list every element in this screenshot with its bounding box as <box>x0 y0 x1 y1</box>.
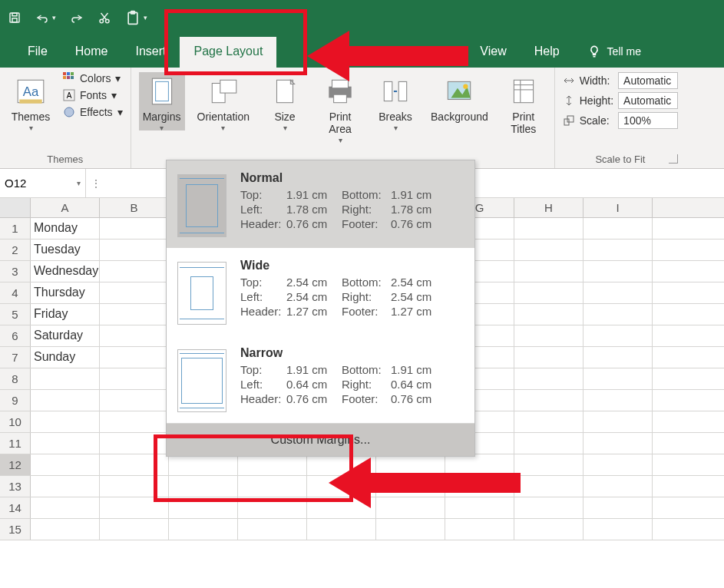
cell[interactable] <box>514 347 583 368</box>
cell[interactable]: Friday <box>31 304 100 325</box>
select-all-corner[interactable] <box>0 198 31 217</box>
cell[interactable] <box>583 390 653 411</box>
size-button[interactable]: Size ▾ <box>262 72 308 130</box>
cell[interactable] <box>169 497 238 518</box>
cell[interactable]: Tuesday <box>31 239 100 260</box>
row-header[interactable]: 10 <box>0 411 31 432</box>
cell[interactable] <box>31 454 100 475</box>
cell[interactable] <box>100 304 169 325</box>
fx-icon[interactable]: ⋮ <box>86 177 106 190</box>
cell[interactable] <box>514 325 583 346</box>
cell[interactable] <box>238 476 307 497</box>
cell[interactable]: Thursday <box>31 282 100 303</box>
cell[interactable] <box>514 368 583 389</box>
cell[interactable] <box>100 433 169 454</box>
cell[interactable]: Saturday <box>31 325 100 346</box>
print-area-button[interactable]: Print Area ▾ <box>317 72 363 143</box>
breaks-button[interactable]: Breaks ▾ <box>372 72 418 130</box>
cell[interactable] <box>31 497 100 518</box>
cell[interactable] <box>583 282 653 303</box>
row-header[interactable]: 13 <box>0 476 31 497</box>
tab-file[interactable]: File <box>14 37 61 68</box>
tab-help[interactable]: Help <box>521 37 574 68</box>
effects-menu[interactable]: Effects▾ <box>63 106 123 118</box>
cell[interactable]: Monday <box>31 218 100 239</box>
custom-margins-item[interactable]: Custom Margins... <box>167 423 474 456</box>
row-header[interactable]: 9 <box>0 390 31 411</box>
undo-icon[interactable]: ▾ <box>35 11 56 25</box>
tab-insert[interactable]: Insert <box>121 37 180 68</box>
cell[interactable] <box>100 325 169 346</box>
row-header[interactable]: 14 <box>0 497 31 518</box>
themes-button[interactable]: Aa Themes ▾ <box>8 72 54 130</box>
cell[interactable] <box>583 368 653 389</box>
cell[interactable] <box>100 519 169 540</box>
row-header[interactable]: 4 <box>0 282 31 303</box>
cell[interactable] <box>514 454 583 475</box>
margin-preset-normal[interactable]: NormalTop:1.91 cmBottom:1.91 cmLeft:1.78… <box>167 160 474 248</box>
cell[interactable] <box>31 390 100 411</box>
fonts-menu[interactable]: A Fonts▾ <box>63 89 123 101</box>
cell[interactable] <box>238 519 307 540</box>
cell[interactable] <box>583 347 653 368</box>
cell[interactable] <box>307 519 376 540</box>
tell-me[interactable]: Tell me <box>574 37 641 68</box>
cell[interactable] <box>238 497 307 518</box>
paste-icon[interactable]: ▾ <box>125 10 147 25</box>
group-scale-label[interactable]: Scale to Fit <box>563 150 678 167</box>
col-B[interactable]: B <box>100 198 169 217</box>
row-15[interactable]: 15 <box>0 519 724 540</box>
cell[interactable] <box>583 239 653 260</box>
cell[interactable] <box>100 476 169 497</box>
cell[interactable] <box>100 454 169 475</box>
margins-button[interactable]: Margins ▾ <box>139 72 185 130</box>
cell[interactable] <box>100 239 169 260</box>
cell[interactable] <box>514 261 583 282</box>
cell[interactable] <box>514 519 583 540</box>
col-I[interactable]: I <box>583 198 653 217</box>
col-H[interactable]: H <box>514 198 583 217</box>
name-box[interactable]: ▾ <box>0 169 86 197</box>
cell[interactable] <box>100 368 169 389</box>
cell[interactable] <box>31 476 100 497</box>
cell[interactable] <box>514 239 583 260</box>
row-header[interactable]: 5 <box>0 304 31 325</box>
cell[interactable] <box>169 476 238 497</box>
row-header[interactable]: 8 <box>0 368 31 389</box>
cell[interactable] <box>31 411 100 432</box>
row-header[interactable]: 12 <box>0 454 31 475</box>
cell[interactable] <box>376 519 445 540</box>
cell[interactable] <box>514 282 583 303</box>
row-header[interactable]: 1 <box>0 218 31 239</box>
cell[interactable] <box>583 454 653 475</box>
background-button[interactable]: Background <box>428 72 491 123</box>
cell[interactable] <box>100 390 169 411</box>
redo-icon[interactable] <box>70 11 84 25</box>
margin-preset-wide[interactable]: WideTop:2.54 cmBottom:2.54 cmLeft:2.54 c… <box>167 248 474 335</box>
width-value[interactable]: Automatic <box>618 72 678 89</box>
cell[interactable] <box>169 519 238 540</box>
scale-value[interactable]: 100% <box>618 112 678 129</box>
cell[interactable] <box>100 497 169 518</box>
cut-icon[interactable] <box>98 11 111 25</box>
cell[interactable] <box>583 304 653 325</box>
cell[interactable] <box>514 497 583 518</box>
cell[interactable] <box>514 390 583 411</box>
cell[interactable] <box>583 476 653 497</box>
cell[interactable] <box>445 519 514 540</box>
cell[interactable] <box>238 454 307 475</box>
cell[interactable] <box>583 261 653 282</box>
cell[interactable] <box>31 433 100 454</box>
save-icon[interactable] <box>8 11 21 25</box>
cell[interactable] <box>514 433 583 454</box>
orientation-button[interactable]: Orientation ▾ <box>194 72 253 130</box>
cell[interactable] <box>514 411 583 432</box>
colors-menu[interactable]: Colors▾ <box>63 72 123 84</box>
cell[interactable] <box>583 497 653 518</box>
cell[interactable] <box>100 411 169 432</box>
chevron-down-icon[interactable]: ▾ <box>77 179 81 187</box>
margin-preset-narrow[interactable]: NarrowTop:1.91 cmBottom:1.91 cmLeft:0.64… <box>167 335 474 423</box>
row-header[interactable]: 2 <box>0 239 31 260</box>
height-value[interactable]: Automatic <box>618 92 678 109</box>
cell[interactable] <box>376 497 445 518</box>
